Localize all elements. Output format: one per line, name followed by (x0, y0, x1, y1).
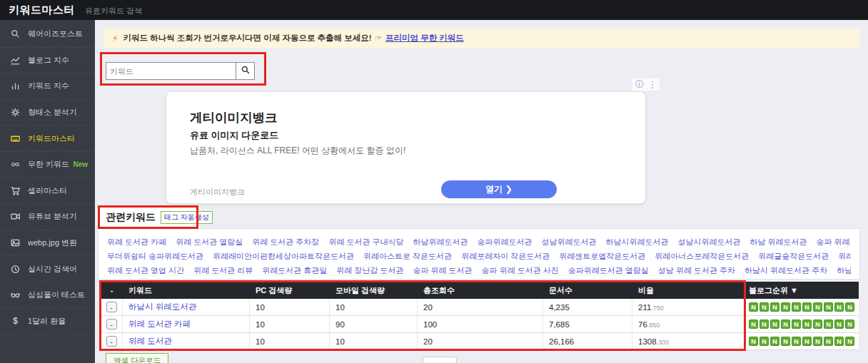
premium-keyword-link[interactable]: 프리미엄 무한 키워드 (385, 33, 464, 44)
naver-blog-badge: N (760, 337, 769, 346)
line-icon (10, 55, 21, 66)
related-keyword-link[interactable]: 위례 도서관 리뷰 (193, 263, 253, 277)
related-keyword-link[interactable]: 성남 위례 도서관 주차 (658, 263, 735, 277)
naver-blog-badge: N (824, 337, 833, 346)
blog-rank-cell: NNNNNNNNNN (745, 333, 859, 349)
column-header-6[interactable]: 비율 (632, 282, 745, 299)
related-keyword-link[interactable]: 성남시위례도서관 (678, 235, 741, 249)
lightning-icon: ⚡ (112, 34, 118, 44)
naver-blog-badge: N (781, 302, 790, 312)
auto-tag-badge: 태그 자동생성 (161, 211, 213, 224)
collapse-button[interactable]: - (106, 319, 117, 329)
related-keywords-title: 관련키워드 (106, 211, 156, 224)
ad-menu-icon[interactable]: ⋮ (648, 80, 657, 90)
collapse-button[interactable]: - (106, 336, 117, 347)
keyword-link[interactable]: 위례 도서관 카페 (128, 319, 191, 329)
gear-icon (10, 107, 21, 118)
related-keyword-link[interactable]: 하남시 위례도서관 주차 (745, 263, 827, 277)
sidebar-item-keyword-index[interactable]: 키워드 지수 (0, 73, 95, 100)
related-keyword-link[interactable]: 위례도서관 휴관일 (262, 263, 327, 277)
related-keyword-link[interactable]: 위례아너스포레작은도서관 (655, 249, 749, 263)
pc-cell: 10 (250, 333, 330, 349)
related-keyword-link[interactable]: 위례센트로엘작은도서관 (559, 249, 645, 263)
naver-blog-badge: N (802, 337, 812, 346)
keyword-cell: 위례 도서관 카페 (123, 316, 250, 332)
related-keyword-link[interactable]: 하남위례도서관 (413, 235, 468, 249)
sidebar-item-infinite-keyword[interactable]: 무한 키워드New (0, 152, 95, 178)
naver-blog-badge: N (824, 319, 833, 329)
column-header-2[interactable]: PC 검색량 (250, 282, 330, 299)
blog-rank-cell: NNNNNNNNNN (745, 299, 859, 315)
column-header-5[interactable]: 문서수 (543, 282, 632, 299)
related-keyword-link[interactable]: 송파위례도서관 (478, 235, 533, 249)
related-keyword-link[interactable]: 위례 도서관 카페 (107, 235, 166, 249)
related-keyword-link[interactable]: 송파 위례도서관 (817, 235, 851, 249)
related-keyword-link[interactable]: 송파 위례 도서관 (413, 263, 472, 277)
related-keyword-link[interactable]: 송파위례도서관 열람실 (568, 263, 649, 277)
sidebar-item-keyword-master[interactable]: 키워드마스터 (0, 126, 95, 152)
ad-title: 게티이미지뱅크 (190, 109, 278, 126)
keyword-link[interactable]: 위례 도서관 (128, 336, 172, 347)
table-row: -하남시 위례도서관1010204,235211.750NNNNNNNNNN (101, 299, 859, 316)
keyword-link[interactable]: 하남시 위례도서관 (128, 302, 196, 312)
ad-controls: ⓘ ⋮ (632, 78, 660, 91)
naver-blog-badge: N (813, 302, 822, 312)
column-header-0[interactable]: - (101, 282, 123, 299)
sidebar-item-label: 키워드마스터 (28, 133, 75, 144)
docs-cell: 7,685 (543, 316, 632, 332)
related-keyword-link[interactable]: 위례아스트로 작은도서관 (363, 249, 452, 263)
related-keyword-link[interactable]: 위례 장난감 도서관 (336, 263, 403, 277)
related-keyword-link[interactable]: 송파 위례 도서관 사진 (482, 263, 559, 277)
keyword-cell: 위례 도서관 (123, 333, 250, 349)
sidebar-item-webp-jpg[interactable]: webp.jpg 변환 (0, 230, 95, 257)
tag-line: 위례 도서관 카페위례 도서관 열람실위례 도서관 주차장위례 도서관 구내식당… (107, 235, 851, 249)
related-keyword-link[interactable]: 위례반디작은도서관 (838, 249, 851, 263)
related-keyword-link[interactable]: 위례 도서관 구내식당 (328, 235, 403, 249)
ad-info-icon[interactable]: ⓘ (635, 78, 644, 91)
search-button[interactable] (236, 62, 255, 80)
related-keyword-link[interactable]: 하남시위례도서관 (606, 235, 669, 249)
column-header-1[interactable]: 키워드 (123, 282, 250, 299)
sidebar-item-label: 유튜브 분석기 (28, 211, 77, 222)
sidebar-item-label: 형태소 분석기 (28, 107, 77, 118)
row-toggle-cell: - (101, 299, 123, 315)
excel-download-button[interactable]: 엑셀 다운로드 (106, 353, 168, 363)
related-keyword-link[interactable]: 위례 도서관 열람실 (176, 235, 243, 249)
related-keyword-link[interactable]: 위례 도서관 영업 시간 (107, 263, 184, 277)
ad-open-button[interactable]: 열기 ❯ (441, 180, 557, 198)
column-header-3[interactable]: 모바일 검색량 (330, 282, 418, 299)
sidebar-item-blog-index[interactable]: 블로그 지수 (0, 48, 95, 74)
sidebar-item-seller-master[interactable]: 셀러마스터 (0, 178, 95, 205)
sidebar-item-morpheme[interactable]: 형태소 분석기 (0, 100, 95, 126)
table-row: -위례 도서관 카페10901007,68576.850NNNNNNNNNN (101, 316, 859, 333)
column-header-7[interactable]: 블로그순위 ▼ (745, 282, 859, 299)
sidebar-item-youtube[interactable]: 유튜브 분석기 (0, 204, 95, 230)
related-keyword-link[interactable]: 성남위례도서관 (542, 235, 597, 249)
related-keyword-link[interactable]: 위례포레자이 작은도서관 (461, 249, 550, 263)
sidebar-item-fun-test[interactable]: 심심풀이 테스트 (0, 282, 95, 309)
sidebar-item-dollar-rate[interactable]: $1달러 환율 (0, 309, 95, 335)
related-keyword-link[interactable]: 위례글숲작은도서관 (758, 249, 829, 263)
sidebar-item-realtime[interactable]: 실시간 검색어 (0, 256, 95, 282)
tag-line: 무더위쉼터 송파위례도서관위례래미안이편한세상아파트작은도서관위례아스트로 작은… (107, 249, 851, 263)
naver-blog-badge: N (845, 319, 854, 329)
sidebar-item-whereispost[interactable]: 웨어이즈포스트 (0, 21, 95, 48)
column-header-4[interactable]: 총조회수 (418, 282, 543, 299)
more-button[interactable] (423, 357, 457, 363)
keyword-search-input[interactable] (106, 62, 236, 80)
naver-blog-badge: N (834, 337, 844, 346)
related-keyword-link[interactable]: 무더위쉼터 송파위례도서관 (107, 249, 203, 263)
related-keyword-link[interactable]: 위례래미안이편한세상아파트작은도서관 (213, 249, 354, 263)
search-icon (10, 29, 21, 39)
glasses-icon (10, 290, 21, 300)
naver-blog-badge: N (749, 319, 758, 329)
related-keyword-link[interactable]: 하남 위례도서관 (750, 235, 807, 249)
naver-blog-badge: N (813, 337, 822, 346)
related-keywords-panel: 위례 도서관 카페위례 도서관 열람실위례 도서관 주차장위례 도서관 구내식당… (98, 228, 860, 280)
related-keyword-link[interactable]: 위례 도서관 주차장 (252, 235, 319, 249)
naver-blog-badge: N (770, 319, 779, 329)
collapse-button[interactable]: - (106, 302, 117, 312)
image-icon (10, 237, 21, 248)
related-keyword-link[interactable]: 하남위례도서관 휴관일 (837, 263, 851, 277)
app-subtitle: 유효키워드 검색 (85, 6, 142, 16)
